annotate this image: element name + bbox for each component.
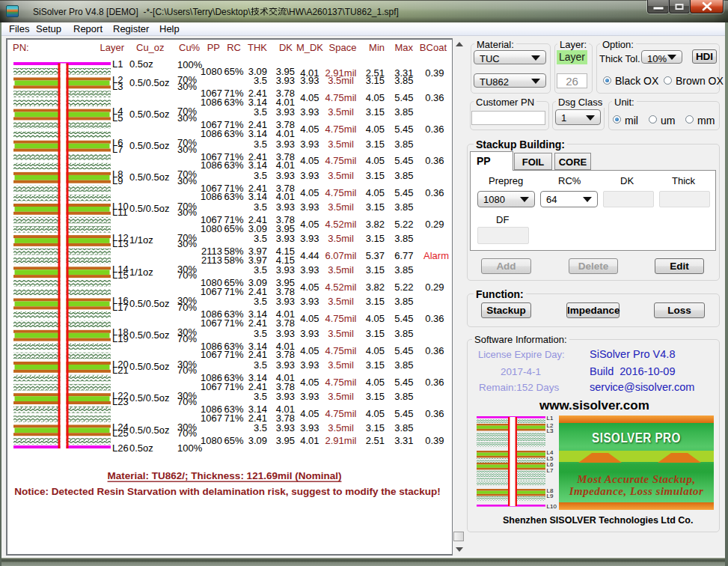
svg-text:0.5/0.5oz: 0.5/0.5oz [129,361,170,372]
svg-text:0.5/0.5oz: 0.5/0.5oz [129,77,170,88]
svg-text:2.41: 2.41 [248,413,267,424]
svg-text:3.93: 3.93 [276,264,295,276]
svg-text:1080: 1080 [201,435,222,446]
svg-text:4.05: 4.05 [366,92,385,103]
svg-text:3.93: 3.93 [300,391,319,402]
svg-text:3.5mil: 3.5mil [328,422,354,433]
svg-text:0.29: 0.29 [425,219,444,230]
svg-text:L25: L25 [112,427,129,439]
svg-text:L17: L17 [112,302,129,313]
svg-text:5.45: 5.45 [394,313,413,324]
svg-text:30%: 30% [177,81,197,92]
svg-text:Cu_oz: Cu_oz [136,42,165,53]
svg-text:5.22: 5.22 [394,219,413,230]
svg-text:3.31: 3.31 [394,435,413,446]
svg-text:5.45: 5.45 [394,408,413,419]
svg-text:3.15: 3.15 [366,201,385,213]
svg-text:4.01: 4.01 [300,435,319,446]
svg-text:1067: 1067 [201,317,222,329]
svg-text:L1: L1 [547,415,554,422]
svg-text:4.05: 4.05 [300,124,319,135]
svg-text:3.15: 3.15 [366,170,385,181]
svg-text:65%: 65% [224,223,243,234]
svg-text:4.44: 4.44 [300,250,319,261]
svg-text:1086: 1086 [201,159,222,171]
svg-text:4.05: 4.05 [300,408,319,419]
svg-text:1067: 1067 [201,349,222,360]
svg-text:4.75mil: 4.75mil [325,124,357,135]
svg-text:3.5: 3.5 [254,296,267,307]
svg-text:1080: 1080 [201,66,222,77]
svg-text:4.05: 4.05 [300,219,319,230]
svg-text:71%: 71% [224,286,243,297]
svg-text:3.93: 3.93 [276,391,295,402]
svg-text:3.93: 3.93 [300,359,319,371]
svg-text:70%: 70% [177,333,197,344]
svg-text:0.5/0.5oz: 0.5/0.5oz [129,171,170,183]
svg-text:4.05: 4.05 [300,345,319,356]
svg-text:Notice: Detected Resin Starvat: Notice: Detected Resin Starvation with d… [14,486,440,497]
svg-text:4.01: 4.01 [276,191,295,202]
svg-text:L21: L21 [112,365,129,376]
svg-text:3.93: 3.93 [300,233,319,244]
svg-text:4.05: 4.05 [300,377,319,388]
svg-text:3.78: 3.78 [276,286,295,297]
svg-text:3.5mil: 3.5mil [328,75,354,86]
svg-text:0.5oz: 0.5oz [129,58,153,70]
svg-text:L23: L23 [112,396,129,407]
svg-text:BCoat: BCoat [420,42,447,53]
svg-text:4.05: 4.05 [300,155,319,166]
svg-text:3.85: 3.85 [394,139,413,150]
svg-text:4.05: 4.05 [300,313,319,324]
svg-text:70%: 70% [177,427,197,439]
svg-text:L5: L5 [112,112,123,124]
svg-text:63%: 63% [224,191,243,202]
svg-text:3.15: 3.15 [366,139,385,150]
svg-text:3.5: 3.5 [254,201,267,213]
svg-text:3.5: 3.5 [254,422,267,433]
svg-text:0.36: 0.36 [425,377,444,388]
svg-text:0.5/0.5oz: 0.5/0.5oz [129,392,170,404]
svg-text:3.5: 3.5 [254,264,267,276]
svg-text:3.85: 3.85 [394,422,413,433]
svg-text:3.5mil: 3.5mil [328,296,354,307]
svg-text:1086: 1086 [201,191,222,202]
svg-text:0.36: 0.36 [425,345,444,356]
svg-text:65%: 65% [224,435,243,446]
svg-text:L26: L26 [112,442,129,454]
svg-text:71%: 71% [224,413,243,424]
svg-text:L3: L3 [547,427,554,434]
svg-text:4.75mil: 4.75mil [325,377,357,388]
svg-text:3.85: 3.85 [394,170,413,181]
svg-text:4.75mil: 4.75mil [325,408,357,419]
svg-text:3.5mil: 3.5mil [328,201,354,213]
svg-text:3.93: 3.93 [276,359,295,371]
svg-text:0.5/0.5oz: 0.5/0.5oz [129,203,170,214]
svg-text:3.93: 3.93 [276,139,295,150]
svg-text:1086: 1086 [201,97,222,108]
svg-text:L11: L11 [112,207,128,218]
svg-text:5.45: 5.45 [394,377,413,388]
svg-text:3.93: 3.93 [300,75,319,86]
svg-text:4.05: 4.05 [300,92,319,103]
svg-text:3.5mil: 3.5mil [328,233,354,244]
svg-text:3.09: 3.09 [248,435,267,446]
svg-text:3.93: 3.93 [300,264,319,276]
svg-text:63%: 63% [224,128,243,139]
svg-text:100%: 100% [177,442,203,454]
svg-text:3.5: 3.5 [254,106,267,118]
svg-text:L9: L9 [547,493,554,499]
svg-text:3.14: 3.14 [248,159,267,171]
svg-text:3.93: 3.93 [300,139,319,150]
svg-text:3.5mil: 3.5mil [328,359,354,371]
svg-text:3.5mil: 3.5mil [328,264,354,276]
svg-text:30%: 30% [177,112,197,124]
svg-text:PP: PP [207,42,220,53]
svg-text:3.5: 3.5 [254,328,267,339]
svg-text:3.85: 3.85 [394,328,413,339]
svg-text:3.93: 3.93 [276,170,295,181]
svg-text:1/1oz: 1/1oz [129,267,153,278]
svg-text:30%: 30% [177,144,197,155]
svg-text:4.05: 4.05 [366,345,385,356]
svg-text:PN:: PN: [13,42,29,53]
